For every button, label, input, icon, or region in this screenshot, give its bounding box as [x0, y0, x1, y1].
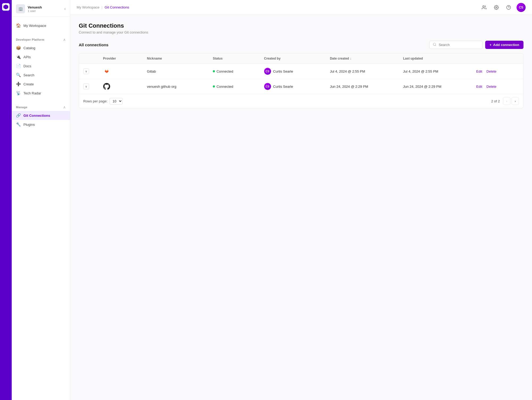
col-header-nickname: Nickname: [143, 53, 209, 64]
add-connection-button[interactable]: + Add connection: [485, 41, 523, 49]
users-icon: [482, 5, 487, 10]
search-input[interactable]: [439, 43, 479, 47]
delete-button-2[interactable]: Delete: [487, 85, 497, 89]
sidebar-item-label-my-workspace: My Workspace: [23, 24, 46, 28]
app-logo[interactable]: [2, 3, 10, 11]
row-last-updated-cell-2: Jun 24, 2024 @ 2:29 PM: [399, 79, 472, 94]
sidebar-item-apis[interactable]: 🔌 APIs: [12, 52, 70, 61]
sidebar-item-my-workspace[interactable]: 🏠 My Workspace: [12, 21, 70, 30]
status-badge-2: Connected: [213, 85, 233, 89]
sidebar-section-toggle-manage[interactable]: ∧: [63, 105, 66, 109]
sidebar-collapse-button[interactable]: ‹: [64, 6, 66, 11]
sidebar-section-developer-platform: Developer Platform ∧ 📦 Catalog 🔌 APIs 📄 …: [12, 32, 70, 100]
content-area: Git Connections Connect to and manage yo…: [70, 15, 532, 400]
pagination-controls: 2 of 2 ‹ ›: [491, 97, 519, 105]
row-nickname-cell-1: Gitlab: [143, 64, 209, 79]
col-header-expand: [79, 53, 99, 64]
col-header-last-updated: Last updated: [399, 53, 472, 64]
status-dot-1: [213, 70, 215, 72]
docs-icon: 📄: [16, 64, 21, 68]
row-expand-button-1[interactable]: ∨: [83, 68, 89, 74]
table-body: ∨: [79, 64, 523, 94]
table-row: ∨: [79, 64, 523, 79]
rows-per-page-label: Rows per page:: [83, 99, 107, 103]
col-header-actions: [472, 53, 523, 64]
tech-radar-icon: 📡: [16, 91, 21, 95]
settings-icon: [494, 5, 499, 10]
app-rail: [0, 0, 12, 400]
home-icon: 🏠: [16, 23, 21, 28]
apis-icon: 🔌: [16, 55, 21, 59]
sidebar-item-plugins[interactable]: 🔧 Plugins: [12, 120, 70, 129]
connections-bar-right: + Add connection: [429, 41, 523, 49]
sidebar-item-label-git-connections: Git Connections: [23, 114, 50, 118]
breadcrumb: My Workspace | Git Connections: [77, 5, 477, 9]
svg-point-4: [433, 43, 436, 45]
sidebar-section-toggle-developer-platform[interactable]: ∧: [63, 38, 66, 42]
svg-line-5: [435, 45, 436, 46]
breadcrumb-current: Git Connections: [105, 5, 129, 9]
sidebar-item-label-create: Create: [23, 82, 34, 86]
pagination-row: Rows per page: 10 25 50 2 of 2 ‹ ›: [79, 94, 523, 108]
sidebar-main-section: 🏠 My Workspace: [12, 17, 70, 32]
col-header-created-by: Created by: [260, 53, 326, 64]
git-connections-icon: 🔗: [16, 113, 21, 118]
avatar[interactable]: CS: [517, 3, 526, 12]
sidebar-item-catalog[interactable]: 📦 Catalog: [12, 43, 70, 52]
sidebar-item-git-connections[interactable]: 🔗 Git Connections: [12, 111, 70, 120]
page-subtitle: Connect to and manage your Git connectio…: [79, 30, 523, 34]
edit-button-2[interactable]: Edit: [476, 85, 482, 89]
app-logo-icon: [3, 5, 8, 9]
row-expand-cell-1: ∨: [79, 64, 99, 79]
edit-button-1[interactable]: Edit: [476, 69, 482, 73]
sidebar-item-label-tech-radar: Tech Radar: [23, 91, 41, 95]
workspace-name: Venuesh: [28, 5, 42, 9]
sidebar-section-header-manage: Manage ∧: [12, 104, 70, 111]
svg-point-0: [483, 6, 484, 7]
svg-point-1: [496, 7, 497, 8]
settings-button[interactable]: [492, 3, 501, 12]
users-button[interactable]: [480, 3, 488, 12]
help-icon: [506, 5, 511, 10]
pagination-prev-button[interactable]: ‹: [503, 97, 510, 105]
col-header-date-created[interactable]: Date created ↓: [326, 53, 399, 64]
delete-button-1[interactable]: Delete: [487, 69, 497, 73]
row-created-by-cell-2: CS Curtis Searle: [260, 79, 326, 94]
status-badge-1: Connected: [213, 69, 233, 73]
sidebar-item-tech-radar[interactable]: 📡 Tech Radar: [12, 89, 70, 98]
connections-section-title: All connections: [79, 43, 109, 47]
sidebar-item-create[interactable]: ➕ Create: [12, 80, 70, 89]
help-button[interactable]: [504, 3, 513, 12]
gitlab-icon: [103, 68, 110, 75]
row-created-by-name-2: Curtis Searle: [273, 85, 293, 89]
connections-bar: All connections + Add connection: [79, 41, 523, 49]
row-status-cell-1: Connected: [209, 64, 260, 79]
sidebar-section-label-manage: Manage: [16, 106, 27, 109]
rows-per-page: Rows per page: 10 25 50: [83, 98, 123, 105]
github-logo: [103, 83, 110, 90]
sidebar-item-label-catalog: Catalog: [23, 46, 35, 50]
sidebar-item-search[interactable]: 🔍 Search: [12, 70, 70, 80]
sidebar-item-label-apis: APIs: [23, 55, 31, 59]
add-icon: +: [489, 43, 492, 47]
connections-table: Provider Nickname Status Created by Date…: [79, 53, 523, 94]
row-provider-cell-1: [99, 64, 143, 79]
col-header-provider: Provider: [99, 53, 143, 64]
breadcrumb-root[interactable]: My Workspace: [77, 5, 99, 9]
sidebar-section-header-developer-platform: Developer Platform ∧: [12, 36, 70, 43]
row-actions-cell-2: Edit Delete: [472, 79, 523, 94]
search-box[interactable]: [429, 41, 483, 49]
row-avatar-2: CS: [264, 83, 271, 90]
rows-per-page-select[interactable]: 10 25 50: [110, 98, 123, 105]
sidebar-item-docs[interactable]: 📄 Docs: [12, 61, 70, 70]
sidebar-item-label-search: Search: [23, 73, 34, 77]
topbar-actions: CS: [480, 3, 526, 12]
workspace-info: Venuesh 1 user: [28, 5, 42, 12]
pagination-next-button[interactable]: ›: [512, 97, 519, 105]
workspace-sub: 1 user: [28, 9, 42, 12]
row-expand-button-2[interactable]: ∨: [83, 84, 89, 89]
row-provider-cell-2: [99, 79, 143, 94]
create-icon: ➕: [16, 82, 21, 86]
row-expand-cell-2: ∨: [79, 79, 99, 94]
row-avatar-1: CS: [264, 68, 271, 75]
